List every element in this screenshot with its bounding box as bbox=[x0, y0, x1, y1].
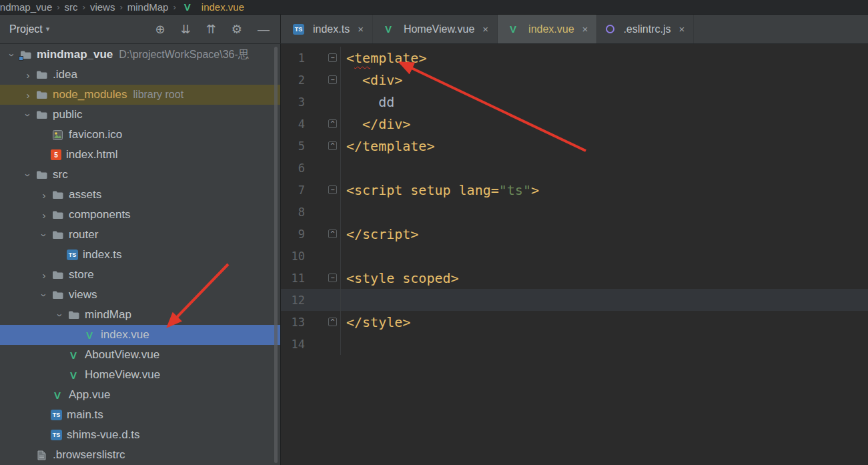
tree-item-favicon-ico[interactable]: favicon.ico bbox=[0, 125, 280, 145]
gutter[interactable]: 7− bbox=[281, 179, 341, 201]
tree-item-browserslistrc[interactable]: .browserslistrc bbox=[0, 445, 280, 465]
tree-item-homeview-vue[interactable]: VHomeView.vue bbox=[0, 365, 280, 385]
editor[interactable]: 1−<template>2− <div>3 dd4^ </div>5^</tem… bbox=[281, 44, 868, 465]
tree-item-label: .browserslistrc bbox=[53, 448, 125, 462]
breadcrumb-item-index-vue[interactable]: Vindex.vue bbox=[181, 1, 244, 13]
code-line-10[interactable]: 10 bbox=[281, 245, 868, 267]
gutter[interactable]: 12 bbox=[281, 289, 341, 311]
collapse-all-icon[interactable]: ⇈ bbox=[206, 23, 216, 35]
code-line-14[interactable]: 14 bbox=[281, 333, 868, 355]
chevron-collapsed-icon[interactable]: › bbox=[37, 209, 51, 221]
gutter[interactable]: 4^ bbox=[281, 113, 341, 135]
project-panel-title[interactable]: Project bbox=[9, 23, 43, 35]
gutter[interactable]: 8 bbox=[281, 201, 341, 223]
tab-label: index.ts bbox=[313, 23, 350, 35]
tree-item-mindmap-vue[interactable]: ›mindmap_vueD:\projectWorkSpace\36-思 bbox=[0, 45, 280, 65]
code-line-8[interactable]: 8 bbox=[281, 201, 868, 223]
chevron-down-icon[interactable]: ▾ bbox=[46, 25, 50, 33]
gutter[interactable]: 6 bbox=[281, 157, 341, 179]
fold-collapse-icon[interactable]: − bbox=[328, 185, 337, 194]
tree-item-assets[interactable]: ›assets bbox=[0, 185, 280, 205]
code-line-2[interactable]: 2− <div> bbox=[281, 69, 868, 91]
chevron-expanded-icon[interactable]: › bbox=[39, 288, 50, 302]
code-line-1[interactable]: 1−<template> bbox=[281, 47, 868, 69]
code-line-11[interactable]: 11−<style scoped> bbox=[281, 267, 868, 289]
tree-item-label: node_modules bbox=[53, 88, 127, 101]
gutter[interactable]: 9^ bbox=[281, 223, 341, 245]
tab-label: index.vue bbox=[528, 23, 574, 35]
tree-item-index-html[interactable]: 5index.html bbox=[0, 145, 280, 165]
fold-collapse-icon[interactable]: − bbox=[328, 53, 337, 62]
gutter[interactable]: 14 bbox=[281, 333, 341, 355]
gutter[interactable]: 2− bbox=[281, 69, 341, 91]
fold-end-icon[interactable]: ^ bbox=[328, 318, 337, 326]
chevron-expanded-icon[interactable]: › bbox=[39, 228, 50, 242]
project-scrollbar[interactable] bbox=[274, 47, 278, 463]
tree-item-views[interactable]: ›views bbox=[0, 285, 280, 305]
tree-item-shims-vue-d-ts[interactable]: TSshims-vue.d.ts bbox=[0, 425, 280, 445]
tab-close-icon[interactable]: × bbox=[482, 23, 488, 35]
fold-collapse-icon[interactable]: − bbox=[328, 75, 337, 84]
locate-icon[interactable]: ⊕ bbox=[155, 23, 165, 35]
chevron-collapsed-icon[interactable]: › bbox=[21, 69, 35, 81]
tab-eslintrc-js[interactable]: .eslintrc.js× bbox=[597, 15, 694, 43]
tab-close-icon[interactable]: × bbox=[582, 23, 588, 35]
fold-collapse-icon[interactable]: − bbox=[328, 274, 337, 282]
code-line-6[interactable]: 6 bbox=[281, 157, 868, 179]
folder-root-icon bbox=[19, 49, 32, 61]
breadcrumb-item-mindmap-vue[interactable]: mindmap_vue bbox=[0, 1, 52, 13]
fold-end-icon[interactable]: ^ bbox=[328, 119, 337, 128]
gutter[interactable]: 11− bbox=[281, 267, 341, 289]
fold-end-icon[interactable]: ^ bbox=[328, 141, 337, 150]
chevron-expanded-icon[interactable]: › bbox=[23, 168, 34, 181]
tree-item-router[interactable]: ›router bbox=[0, 225, 280, 245]
tree-item-app-vue[interactable]: VApp.vue bbox=[0, 385, 280, 405]
tree-item-store[interactable]: ›store bbox=[0, 265, 280, 285]
tree-item-components[interactable]: ›components bbox=[0, 205, 280, 225]
code-line-12[interactable]: 12 bbox=[281, 289, 868, 311]
code-line-5[interactable]: 5^</template> bbox=[281, 135, 868, 157]
code-line-9[interactable]: 9^</script> bbox=[281, 223, 868, 245]
tree-item-label: public bbox=[53, 108, 82, 121]
code-line-13[interactable]: 13^</style> bbox=[281, 311, 868, 333]
gutter[interactable]: 13^ bbox=[281, 311, 341, 333]
tab-close-icon[interactable]: × bbox=[358, 23, 364, 35]
chevron-expanded-icon[interactable]: › bbox=[7, 48, 18, 61]
main-area: ›mindmap_vueD:\projectWorkSpace\36-思›.id… bbox=[0, 44, 868, 465]
fold-end-icon[interactable]: ^ bbox=[328, 229, 337, 238]
chevron-expanded-icon[interactable]: › bbox=[55, 308, 66, 322]
hide-panel-icon[interactable]: — bbox=[258, 23, 270, 35]
gutter[interactable]: 10 bbox=[281, 245, 341, 267]
tree-item-src[interactable]: ›src bbox=[0, 165, 280, 185]
code-text: <script setup lang="ts"> bbox=[341, 182, 539, 198]
chevron-expanded-icon[interactable]: › bbox=[23, 108, 34, 121]
chevron-collapsed-icon[interactable]: › bbox=[21, 89, 35, 101]
chevron-collapsed-icon[interactable]: › bbox=[37, 189, 51, 201]
tree-item-public[interactable]: ›public bbox=[0, 105, 280, 125]
settings-icon[interactable]: ⚙ bbox=[232, 23, 242, 35]
tab-homeview-vue[interactable]: VHomeView.vue× bbox=[373, 15, 498, 43]
tree-item-aboutview-vue[interactable]: VAboutView.vue bbox=[0, 345, 280, 365]
tree-item-idea[interactable]: ›.idea bbox=[0, 65, 280, 85]
tree-item-main-ts[interactable]: TSmain.ts bbox=[0, 405, 280, 425]
expand-all-icon[interactable]: ⇊ bbox=[181, 23, 191, 35]
breadcrumb-item-mindmap[interactable]: mindMap bbox=[127, 1, 169, 13]
tree-item-index-ts[interactable]: TSindex.ts bbox=[0, 245, 280, 265]
gutter[interactable]: 1− bbox=[281, 47, 341, 69]
code-line-4[interactable]: 4^ </div> bbox=[281, 113, 868, 135]
breadcrumb-item-views[interactable]: views bbox=[90, 1, 115, 13]
tree-item-index-vue[interactable]: Vindex.vue bbox=[0, 325, 280, 345]
chevron-collapsed-icon[interactable]: › bbox=[37, 270, 51, 281]
breadcrumb-item-src[interactable]: src bbox=[65, 1, 78, 13]
gutter[interactable]: 3 bbox=[281, 91, 341, 113]
tab-close-icon[interactable]: × bbox=[679, 23, 685, 35]
gutter[interactable]: 5^ bbox=[281, 135, 341, 157]
tree-item-node-modules[interactable]: ›node_moduleslibrary root bbox=[0, 85, 280, 105]
tab-index-vue[interactable]: Vindex.vue× bbox=[498, 15, 597, 43]
code-line-7[interactable]: 7−<script setup lang="ts"> bbox=[281, 179, 868, 201]
line-number: 4 bbox=[281, 117, 305, 131]
code-line-3[interactable]: 3 dd bbox=[281, 91, 868, 113]
tab-index-ts[interactable]: TSindex.ts× bbox=[284, 15, 373, 43]
tree-item-mindmap[interactable]: ›mindMap bbox=[0, 305, 280, 325]
vue-icon: V bbox=[506, 23, 520, 35]
